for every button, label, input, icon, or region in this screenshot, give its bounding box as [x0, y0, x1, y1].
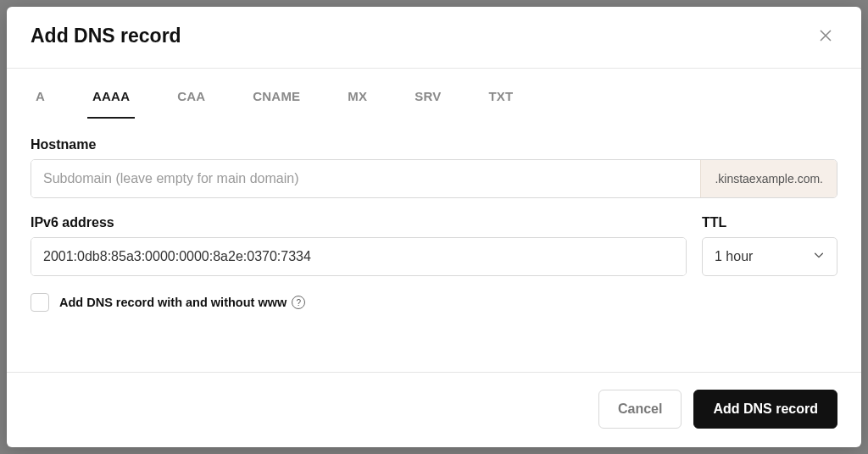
- ttl-value: 1 hour: [715, 249, 813, 264]
- www-checkbox[interactable]: [31, 293, 49, 312]
- hostname-input[interactable]: [31, 160, 700, 197]
- ipv6-label: IPv6 address: [31, 215, 687, 230]
- tab-mx[interactable]: MX: [342, 74, 372, 119]
- www-checkbox-label: Add DNS record with and without www ?: [59, 296, 305, 309]
- modal-backdrop: Add DNS record A AAAA CAA CNAME MX SRV T…: [0, 0, 868, 454]
- modal-footer: Cancel Add DNS record: [7, 373, 861, 447]
- ipv6-field: IPv6 address: [31, 215, 687, 276]
- ipv6-input-group: [31, 237, 687, 276]
- tab-cname[interactable]: CNAME: [248, 74, 305, 119]
- hostname-input-group: .kinstaexample.com.: [31, 159, 837, 198]
- www-checkbox-text: Add DNS record with and without www: [59, 296, 287, 309]
- ttl-select[interactable]: 1 hour: [702, 237, 837, 276]
- chevron-down-icon: [813, 249, 825, 264]
- tab-srv[interactable]: SRV: [409, 74, 446, 119]
- tab-txt[interactable]: TXT: [483, 74, 518, 119]
- modal-header: Add DNS record: [7, 7, 861, 68]
- header-divider: [7, 68, 861, 69]
- cancel-button[interactable]: Cancel: [598, 390, 682, 429]
- record-type-tabs: A AAAA CAA CNAME MX SRV TXT: [7, 74, 861, 119]
- tab-aaaa[interactable]: AAAA: [87, 74, 135, 119]
- tab-a[interactable]: A: [31, 74, 50, 119]
- submit-button[interactable]: Add DNS record: [693, 390, 837, 429]
- close-button[interactable]: [814, 24, 837, 47]
- tab-caa[interactable]: CAA: [172, 74, 210, 119]
- add-dns-record-modal: Add DNS record A AAAA CAA CNAME MX SRV T…: [7, 7, 861, 447]
- modal-body: Hostname .kinstaexample.com. IPv6 addres…: [7, 119, 861, 372]
- ttl-field: TTL 1 hour: [702, 215, 837, 276]
- www-checkbox-row: Add DNS record with and without www ?: [31, 293, 837, 312]
- modal-title: Add DNS record: [31, 25, 181, 47]
- hostname-field: Hostname .kinstaexample.com.: [31, 137, 837, 198]
- hostname-label: Hostname: [31, 137, 837, 152]
- ipv6-input[interactable]: [31, 238, 686, 275]
- help-icon[interactable]: ?: [292, 296, 305, 309]
- ttl-label: TTL: [702, 215, 837, 230]
- domain-suffix: .kinstaexample.com.: [700, 160, 837, 197]
- close-icon: [819, 29, 832, 42]
